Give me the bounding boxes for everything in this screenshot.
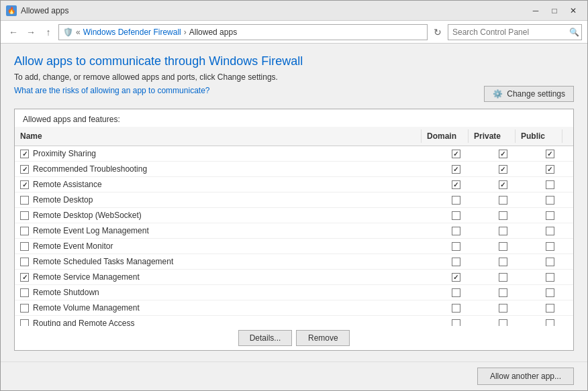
row-name-text: Remote Event Monitor (33, 241, 113, 251)
row-domain-checkbox[interactable] (452, 242, 460, 251)
row-public-checkbox[interactable] (546, 165, 554, 174)
row-domain-cell (432, 316, 479, 326)
row-name-checkbox[interactable] (20, 258, 29, 266)
row-private-checkbox[interactable] (499, 242, 507, 251)
row-public-cell (526, 316, 573, 326)
table-body: Proximity SharingRecommended Troubleshoo… (15, 146, 573, 326)
row-private-checkbox[interactable] (499, 150, 507, 158)
col-scrollbar-space (562, 129, 573, 143)
remove-button[interactable]: Remove (296, 330, 350, 346)
row-public-checkbox[interactable] (546, 227, 554, 235)
row-name-checkbox[interactable] (20, 273, 29, 282)
row-public-checkbox[interactable] (546, 258, 554, 266)
row-domain-checkbox[interactable] (452, 180, 460, 189)
bottom-buttons: Details... Remove (15, 326, 573, 350)
table-row: Remote Scheduled Tasks Management (15, 254, 573, 270)
minimize-button[interactable]: ─ (527, 4, 544, 17)
row-public-checkbox[interactable] (546, 304, 554, 313)
search-input[interactable] (448, 27, 567, 37)
row-public-checkbox[interactable] (546, 288, 554, 297)
row-private-checkbox[interactable] (499, 180, 507, 189)
row-private-checkbox[interactable] (499, 165, 507, 174)
table-row: Proximity Sharing (15, 146, 573, 162)
row-private-checkbox[interactable] (499, 273, 507, 282)
row-name-checkbox[interactable] (20, 319, 29, 327)
row-domain-checkbox[interactable] (452, 165, 460, 174)
path-separator-2: › (184, 27, 187, 37)
panel-title: Allowed apps and features: (15, 109, 573, 127)
row-domain-cell (432, 300, 479, 315)
row-public-checkbox[interactable] (546, 211, 554, 220)
apps-panel: Allowed apps and features: Name Domain P… (14, 109, 574, 351)
row-private-checkbox[interactable] (499, 288, 507, 297)
row-name-cell: Remote Shutdown (15, 285, 432, 300)
path-current: Allowed apps (189, 27, 237, 37)
row-domain-checkbox[interactable] (452, 211, 460, 220)
row-name-checkbox[interactable] (20, 180, 29, 189)
row-public-cell (526, 208, 573, 223)
row-name-cell: Remote Service Management (15, 270, 432, 284)
row-domain-cell (432, 208, 479, 223)
row-domain-checkbox[interactable] (452, 196, 460, 205)
row-name-text: Remote Desktop (33, 195, 93, 205)
table-row: Remote Volume Management (15, 300, 573, 316)
row-private-checkbox[interactable] (499, 196, 507, 205)
address-bar: ← → ↑ 🛡️ « Windows Defender Firewall › A… (1, 21, 587, 44)
close-button[interactable]: ✕ (565, 4, 582, 17)
row-domain-checkbox[interactable] (452, 227, 460, 235)
details-button[interactable]: Details... (238, 330, 293, 346)
row-private-cell (479, 223, 526, 238)
row-name-cell: Remote Desktop (15, 192, 432, 207)
table-row: Remote Service Management (15, 270, 573, 285)
allow-another-button[interactable]: Allow another app... (477, 368, 574, 385)
table-row: Remote Desktop (WebSocket) (15, 208, 573, 223)
window-controls: ─ □ ✕ (527, 4, 582, 17)
back-button[interactable]: ← (6, 25, 21, 40)
row-domain-checkbox[interactable] (452, 258, 460, 266)
row-name-checkbox[interactable] (20, 304, 29, 313)
row-name-checkbox[interactable] (20, 196, 29, 205)
row-domain-checkbox[interactable] (452, 319, 460, 327)
row-public-cell (526, 223, 573, 238)
up-button[interactable]: ↑ (41, 25, 56, 40)
row-domain-checkbox[interactable] (452, 304, 460, 313)
row-private-cell (479, 270, 526, 284)
row-public-checkbox[interactable] (546, 273, 554, 282)
row-name-checkbox[interactable] (20, 211, 29, 220)
row-public-checkbox[interactable] (546, 242, 554, 251)
row-public-checkbox[interactable] (546, 150, 554, 158)
path-root-link[interactable]: Windows Defender Firewall (83, 27, 181, 37)
risks-link[interactable]: What are the risks of allowing an app to… (14, 86, 209, 95)
row-private-checkbox[interactable] (499, 258, 507, 266)
row-name-checkbox[interactable] (20, 165, 29, 174)
address-path[interactable]: 🛡️ « Windows Defender Firewall › Allowed… (58, 24, 428, 40)
maximize-button[interactable]: □ (546, 4, 563, 17)
row-public-checkbox[interactable] (546, 196, 554, 205)
row-domain-checkbox[interactable] (452, 150, 460, 158)
forward-button[interactable]: → (23, 25, 38, 40)
row-domain-cell (432, 223, 479, 238)
refresh-button[interactable]: ↻ (430, 25, 445, 40)
row-name-cell: Remote Scheduled Tasks Management (15, 254, 432, 269)
row-name-checkbox[interactable] (20, 242, 29, 251)
row-public-checkbox[interactable] (546, 319, 554, 327)
row-domain-checkbox[interactable] (452, 288, 460, 297)
row-private-checkbox[interactable] (499, 227, 507, 235)
row-public-checkbox[interactable] (546, 180, 554, 189)
row-public-cell (526, 285, 573, 300)
row-domain-cell (432, 254, 479, 269)
row-domain-checkbox[interactable] (452, 273, 460, 282)
col-public: Public (516, 129, 562, 143)
search-icon-button[interactable]: 🔍 (567, 25, 581, 40)
row-public-cell (526, 254, 573, 269)
row-private-checkbox[interactable] (499, 211, 507, 220)
col-private: Private (469, 129, 516, 143)
row-private-checkbox[interactable] (499, 304, 507, 313)
row-public-cell (526, 300, 573, 315)
row-name-checkbox[interactable] (20, 227, 29, 235)
change-settings-button[interactable]: ⚙️ Change settings (484, 86, 574, 102)
row-name-text: Remote Shutdown (33, 288, 99, 297)
row-private-checkbox[interactable] (499, 319, 507, 327)
row-name-checkbox[interactable] (20, 150, 29, 158)
row-name-checkbox[interactable] (20, 288, 29, 297)
